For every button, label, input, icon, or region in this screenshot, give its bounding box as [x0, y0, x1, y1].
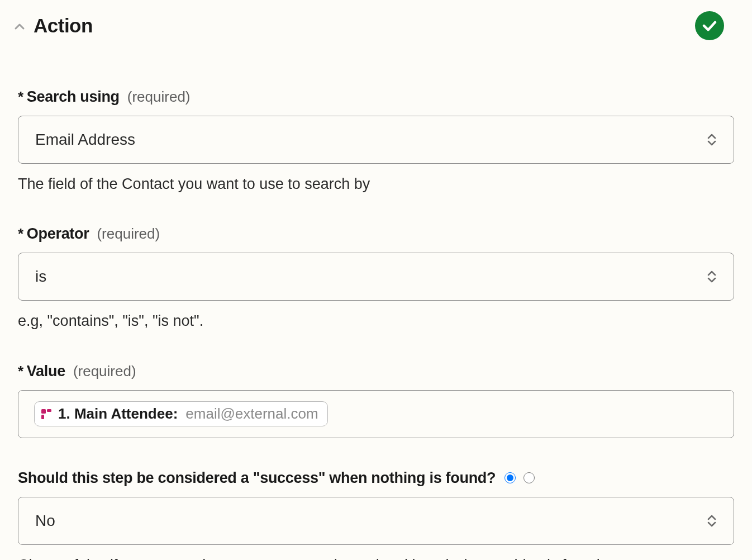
form-content: *Search using (required) Email Address T…	[12, 88, 734, 560]
section-title: Action	[34, 15, 93, 37]
help-text: The field of the Contact you want to use…	[18, 174, 734, 194]
value-input[interactable]: 1. Main Attendee: email@external.com	[18, 390, 734, 438]
search-using-select[interactable]: Email Address	[18, 116, 734, 164]
up-down-icon	[707, 270, 717, 283]
svg-rect-2	[41, 415, 44, 419]
field-success-step: Should this step be considered a "succes…	[18, 469, 734, 560]
pill-label: 1. Main Attendee:	[58, 405, 178, 423]
field-label: *Search using	[18, 88, 120, 106]
radio-group	[504, 472, 535, 483]
help-text: Choose false if you want subsequent step…	[18, 555, 686, 560]
field-label-row: *Search using (required)	[18, 88, 734, 106]
chevron-up-icon[interactable]	[12, 20, 27, 34]
field-search-using: *Search using (required) Email Address T…	[18, 88, 734, 194]
svg-rect-0	[41, 409, 46, 414]
field-label: Should this step be considered a "succes…	[18, 469, 496, 487]
field-label-row: Should this step be considered a "succes…	[18, 469, 734, 487]
action-header: Action	[12, 11, 734, 40]
svg-rect-1	[47, 409, 51, 412]
label-text: Value	[27, 363, 65, 379]
success-step-select[interactable]: No	[18, 497, 734, 545]
radio-no[interactable]	[523, 472, 535, 483]
required-asterisk: *	[18, 88, 23, 105]
up-down-icon	[707, 134, 717, 146]
value-pill[interactable]: 1. Main Attendee: email@external.com	[34, 401, 328, 426]
help-text: e.g, "contains", "is", "is not".	[18, 311, 734, 331]
required-asterisk: *	[18, 225, 23, 242]
required-tag: (required)	[73, 363, 136, 380]
label-text: Search using	[27, 88, 120, 105]
more-link[interactable]: more	[699, 557, 734, 560]
operator-select[interactable]: is	[18, 253, 734, 301]
radio-yes[interactable]	[504, 472, 516, 483]
select-value: Email Address	[35, 131, 135, 149]
required-tag: (required)	[127, 88, 191, 106]
field-label: *Operator	[18, 225, 89, 243]
field-label: *Value	[18, 363, 65, 380]
field-operator: *Operator (required) is e.g, "contains",…	[18, 225, 734, 331]
required-asterisk: *	[18, 363, 23, 379]
select-value: is	[35, 268, 46, 286]
field-label-row: *Value (required)	[18, 363, 734, 380]
pill-value: email@external.com	[185, 405, 318, 423]
app-icon	[40, 408, 53, 420]
label-text: Operator	[27, 225, 89, 242]
header-left: Action	[12, 15, 93, 37]
status-success-badge	[695, 11, 724, 40]
field-label-row: *Operator (required)	[18, 225, 734, 243]
required-tag: (required)	[97, 225, 160, 243]
up-down-icon	[707, 515, 717, 527]
select-value: No	[35, 512, 55, 530]
field-value: *Value (required) 1. Main Attendee: emai…	[18, 363, 734, 438]
bottom-help: Choose false if you want subsequent step…	[18, 555, 734, 560]
